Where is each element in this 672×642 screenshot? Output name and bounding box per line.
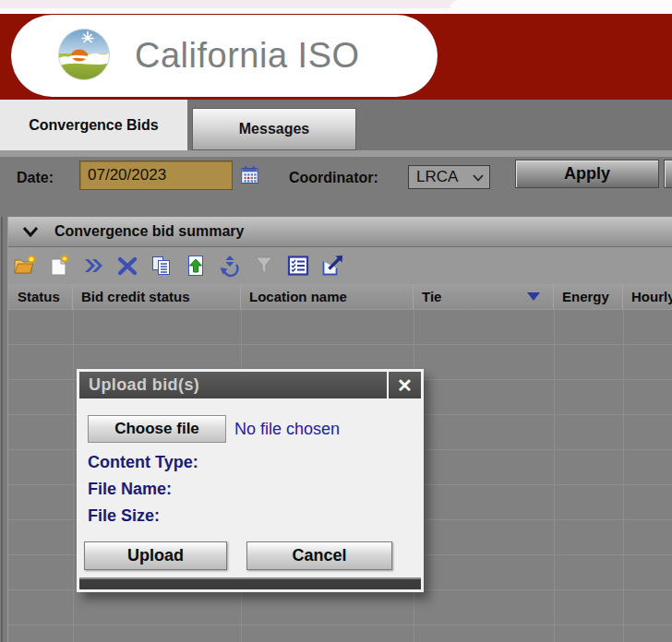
column-divider xyxy=(623,310,624,642)
column-header-tie-label: Tie xyxy=(422,289,441,304)
column-divider xyxy=(73,310,74,642)
choose-file-button[interactable]: Choose file xyxy=(88,415,226,443)
dialog-buttons-row: Upload Cancel xyxy=(84,541,412,570)
upload-bids-dialog: Upload bid(s) ✕ Choose file No file chos… xyxy=(77,369,424,592)
column-divider xyxy=(554,310,555,642)
bid-toolbar xyxy=(8,247,672,284)
app-screen: California ISO Convergence Bids Messages… xyxy=(0,0,672,642)
logo-text: California ISO xyxy=(135,36,360,76)
panel-left-edge xyxy=(1,217,3,642)
new-bid-icon[interactable] xyxy=(13,254,37,278)
filter-toolbar: Date: Coordinator: LRCA Appl xyxy=(0,157,672,201)
coordinator-selected-value: LRCA xyxy=(416,168,473,186)
close-icon[interactable]: ✕ xyxy=(387,372,421,398)
upload-bids-icon[interactable] xyxy=(184,254,208,278)
chevron-down-icon xyxy=(473,169,484,185)
date-label: Date: xyxy=(17,170,54,186)
sort-desc-icon xyxy=(527,292,540,301)
upload-button[interactable]: Upload xyxy=(84,541,227,570)
export-icon[interactable] xyxy=(320,254,344,278)
dialog-titlebar[interactable]: Upload bid(s) ✕ xyxy=(79,372,421,398)
file-picker-row: Choose file No file chosen xyxy=(88,415,412,443)
tab-convergence-bids[interactable]: Convergence Bids xyxy=(0,100,187,150)
coordinator-label: Coordinator: xyxy=(289,170,378,186)
column-header-tie[interactable]: Tie xyxy=(414,284,554,309)
submit-bids-icon[interactable] xyxy=(81,254,105,278)
california-iso-logo: California ISO xyxy=(11,15,438,97)
copy-bids-icon[interactable] xyxy=(150,254,174,278)
panel-title: Convergence bid summary xyxy=(54,223,244,240)
date-input[interactable] xyxy=(79,160,233,190)
column-header-hourly[interactable]: Hourly xyxy=(623,284,672,309)
create-bid-icon[interactable] xyxy=(47,254,71,278)
browser-strip xyxy=(0,0,672,14)
tabbar-divider xyxy=(0,150,672,157)
panel-header: Convergence bid summary xyxy=(8,217,672,247)
apply-button[interactable]: Apply xyxy=(515,160,659,188)
dialog-body: Choose file No file chosen Content Type:… xyxy=(79,398,421,570)
delete-bids-icon[interactable] xyxy=(115,254,139,278)
dialog-title: Upload bid(s) xyxy=(79,372,387,398)
column-header-status[interactable]: Status xyxy=(8,284,73,309)
tab-messages[interactable]: Messages xyxy=(192,108,356,150)
browser-tab-shape xyxy=(450,0,672,12)
collapse-chevron-icon[interactable] xyxy=(21,225,40,238)
calendar-icon[interactable] xyxy=(240,166,258,184)
file-name-label: File Name: xyxy=(88,478,412,500)
cancel-button[interactable]: Cancel xyxy=(246,541,392,570)
masthead: California ISO xyxy=(0,14,672,100)
coordinator-select[interactable]: LRCA xyxy=(408,165,490,189)
partial-right-button[interactable] xyxy=(664,160,672,188)
tab-bar: Convergence Bids Messages xyxy=(0,100,672,157)
file-chosen-status: No file chosen xyxy=(234,420,340,439)
column-header-location-name[interactable]: Location name xyxy=(241,284,414,309)
column-header-bid-credit-status[interactable]: Bid credit status xyxy=(73,284,241,309)
checklist-icon[interactable] xyxy=(286,254,310,278)
table-header-row: Status Bid credit status Location name T… xyxy=(8,284,672,309)
file-size-label: File Size: xyxy=(88,505,412,527)
revert-icon[interactable] xyxy=(218,254,242,278)
dialog-bottom-bar xyxy=(79,577,421,589)
content-type-label: Content Type: xyxy=(88,451,412,473)
column-header-energy[interactable]: Energy xyxy=(554,284,623,309)
filter-icon[interactable] xyxy=(252,254,276,278)
california-iso-logo-icon xyxy=(57,28,111,85)
